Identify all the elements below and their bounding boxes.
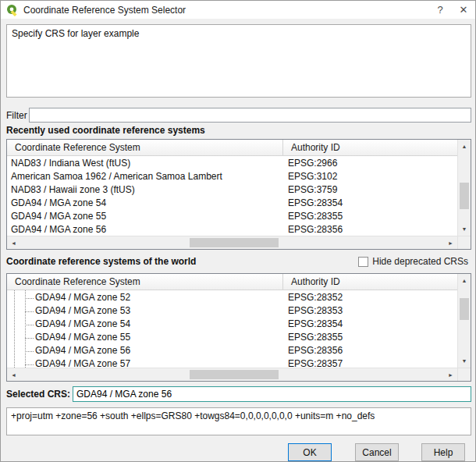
help-button[interactable]: ? [428,1,452,19]
scrollbar-thumb[interactable] [190,370,279,379]
crs-name-cell: GDA94 / MGA zone 56 [7,224,283,235]
scroll-up-icon[interactable]: ▲ [458,140,471,153]
table-row[interactable]: GDA94 / MGA zone 52 EPSG:28352 [7,290,457,304]
scrollbar-thumb[interactable] [460,298,469,320]
selected-crs-label: Selected CRS: [6,389,73,400]
crs-name-cell: GDA94 / MGA zone 54 [7,318,283,329]
scrollbar-thumb[interactable] [190,238,279,247]
scroll-left-icon[interactable]: ◄ [7,368,20,381]
authority-id-cell: EPSG:28354 [283,197,457,208]
crs-name-cell: GDA94 / MGA zone 55 [7,332,283,343]
scrollbar-corner [457,368,471,381]
world-crs-heading: Coordinate reference systems of the worl… [6,256,196,267]
crs-name-cell: GDA94 / MGA zone 53 [7,305,283,316]
description-text: Specify CRS for layer example [12,28,139,39]
proj4-string-text: +proj=utm +zone=56 +south +ellps=GRS80 +… [11,410,375,421]
table-row[interactable]: American Samoa 1962 / American Samoa Lam… [7,169,457,183]
proj4-string-box[interactable]: +proj=utm +zone=56 +south +ellps=GRS80 +… [6,407,471,435]
table-row[interactable]: GDA94 / MGA zone 54 EPSG:28354 [7,196,457,209]
table-row[interactable]: GDA94 / MGA zone 55 EPSG:28355 [7,330,457,343]
recent-table-header: Coordinate Reference System Authority ID [7,140,457,156]
ok-button[interactable]: OK [288,443,332,461]
vertical-scrollbar[interactable]: ▲ ▼ [457,274,471,368]
authority-id-cell: EPSG:2966 [283,158,457,169]
scroll-up-icon[interactable]: ▲ [458,274,471,287]
crs-name-cell: NAD83 / Hawaii zone 3 (ftUS) [7,184,283,195]
crs-name-cell: GDA94 / MGA zone 54 [7,197,283,208]
column-header-crs[interactable]: Coordinate Reference System [7,274,283,290]
column-header-authority[interactable]: Authority ID [283,140,457,155]
column-header-authority[interactable]: Authority ID [283,274,457,290]
selected-crs-row: Selected CRS: [6,386,471,402]
authority-id-cell: EPSG:28356 [283,345,457,356]
crs-selector-dialog: Coordinate Reference System Selector ? ✕… [0,0,476,462]
authority-id-cell: EPSG:28354 [283,318,457,329]
hide-deprecated-label: Hide deprecated CRSs [372,256,468,267]
scrollbar-corner [457,236,471,249]
authority-id-cell: EPSG:28357 [283,358,457,368]
vertical-scrollbar[interactable]: ▲ ▼ [457,140,471,236]
table-row[interactable]: GDA94 / MGA zone 53 EPSG:28353 [7,304,457,317]
recent-table-rows: NAD83 / Indiana West (ftUS) EPSG:2966 Am… [7,156,457,236]
cancel-button[interactable]: Cancel [355,443,399,461]
horizontal-scrollbar[interactable]: ◄ ► [7,236,471,249]
scrollbar-track[interactable] [458,153,471,222]
table-row[interactable]: GDA94 / MGA zone 56 EPSG:28356 [7,343,457,357]
qgis-logo-icon [6,4,19,16]
authority-id-cell: EPSG:28353 [283,305,457,316]
table-row[interactable]: NAD83 / Indiana West (ftUS) EPSG:2966 [7,156,457,169]
crs-name-cell: GDA94 / MGA zone 52 [7,292,283,303]
world-crs-heading-row: Coordinate reference systems of the worl… [6,256,471,267]
column-header-crs[interactable]: Coordinate Reference System [7,140,283,155]
authority-id-cell: EPSG:28355 [283,332,457,343]
scrollbar-track[interactable] [458,287,471,354]
scroll-right-icon[interactable]: ► [444,368,457,381]
table-row[interactable]: NAD83 / Hawaii zone 3 (ftUS) EPSG:3759 [7,183,457,196]
authority-id-cell: EPSG:28356 [283,224,457,235]
world-table-header: Coordinate Reference System Authority ID [7,274,457,290]
authority-id-cell: EPSG:3759 [283,184,457,195]
hide-deprecated-control[interactable]: Hide deprecated CRSs [358,256,471,267]
filter-row: Filter [6,108,471,123]
crs-description-box: Specify CRS for layer example [6,24,471,98]
hide-deprecated-checkbox[interactable] [358,257,368,267]
crs-name-cell: GDA94 / MGA zone 57 [7,358,283,368]
world-crs-table: Coordinate Reference System Authority ID… [6,273,471,382]
scroll-down-icon[interactable]: ▼ [458,354,471,368]
filter-input[interactable] [29,108,471,123]
scrollbar-thumb[interactable] [460,183,469,209]
scrollbar-track[interactable] [20,236,444,249]
window-title: Coordinate Reference System Selector [23,5,186,16]
authority-id-cell: EPSG:28352 [283,292,457,303]
scrollbar-track[interactable] [20,368,444,381]
authority-id-cell: EPSG:3102 [283,171,457,182]
scroll-right-icon[interactable]: ► [444,236,457,249]
world-table-rows: GDA94 / MGA zone 52 EPSG:28352 GDA94 / M… [7,290,457,368]
table-row[interactable]: GDA94 / MGA zone 57 EPSG:28357 [7,357,457,368]
authority-id-cell: EPSG:28355 [283,211,457,222]
scroll-down-icon[interactable]: ▼ [458,222,471,236]
scroll-left-icon[interactable]: ◄ [7,236,20,249]
horizontal-scrollbar[interactable]: ◄ ► [7,368,471,381]
filter-label: Filter [6,110,29,121]
recent-crs-heading: Recently used coordinate reference syste… [6,125,205,136]
titlebar-buttons: ? ✕ [428,1,475,19]
titlebar[interactable]: Coordinate Reference System Selector ? ✕ [1,1,475,19]
selected-crs-input[interactable] [73,386,471,402]
crs-name-cell: NAD83 / Indiana West (ftUS) [7,158,283,169]
recent-crs-table: Coordinate Reference System Authority ID… [6,139,471,250]
crs-name-cell: GDA94 / MGA zone 55 [7,211,283,222]
table-row[interactable]: GDA94 / MGA zone 56 EPSG:28356 [7,222,457,236]
table-row[interactable]: GDA94 / MGA zone 55 EPSG:28355 [7,209,457,222]
help-button[interactable]: Help [421,443,465,461]
crs-name-cell: GDA94 / MGA zone 56 [7,345,283,356]
table-row[interactable]: GDA94 / MGA zone 54 EPSG:28354 [7,317,457,330]
close-button[interactable]: ✕ [452,1,475,19]
crs-name-cell: American Samoa 1962 / American Samoa Lam… [7,171,283,182]
